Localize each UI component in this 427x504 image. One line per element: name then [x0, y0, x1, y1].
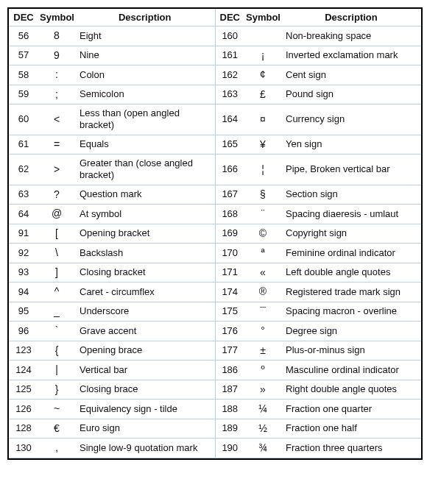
- cell-dec-left: 124: [9, 361, 38, 380]
- cell-desc-right: Spacing macron - overline: [281, 302, 421, 322]
- cell-desc-right: Cent sign: [281, 65, 421, 85]
- cell-desc-right: Pipe, Broken vertical bar: [281, 155, 421, 185]
- cell-desc-right: Registered trade mark sign: [281, 283, 421, 302]
- cell-desc-left: Eight: [75, 26, 215, 46]
- cell-dec-left: 63: [9, 185, 38, 205]
- cell-dec-right: 165: [215, 135, 244, 155]
- cell-symbol-right: ®: [244, 283, 281, 302]
- cell-dec-right: 160: [215, 26, 244, 46]
- cell-symbol-left: €: [38, 419, 75, 439]
- cell-dec-left: 64: [9, 205, 38, 224]
- table-row: 64@At symbol168¨Spacing diaeresis - umla…: [9, 205, 421, 224]
- ascii-table: DEC Symbol Description DEC Symbol Descri…: [9, 9, 421, 458]
- cell-dec-right: 163: [215, 85, 244, 104]
- cell-desc-right: Masculine ordinal indicator: [281, 361, 421, 380]
- table-row: 124|Vertical bar186ºMasculine ordinal in…: [9, 361, 421, 380]
- cell-symbol-right: ª: [244, 244, 281, 263]
- table-row: 128€Euro sign189½Fraction one half: [9, 419, 421, 439]
- cell-dec-left: 95: [9, 302, 38, 322]
- cell-dec-left: 92: [9, 244, 38, 263]
- cell-dec-left: 128: [9, 419, 38, 439]
- cell-symbol-right: £: [244, 85, 281, 104]
- cell-desc-left: Semicolon: [75, 85, 215, 104]
- cell-symbol-left: 8: [38, 26, 75, 46]
- cell-dec-left: 94: [9, 283, 38, 302]
- cell-dec-right: 176: [215, 322, 244, 341]
- header-row: DEC Symbol Description DEC Symbol Descri…: [9, 9, 421, 26]
- cell-symbol-left: ^: [38, 283, 75, 302]
- cell-symbol-right: §: [244, 185, 281, 205]
- cell-symbol-right: ¥: [244, 135, 281, 155]
- cell-dec-left: 57: [9, 46, 38, 65]
- cell-desc-left: Opening brace: [75, 341, 215, 361]
- cell-desc-right: Plus-or-minus sign: [281, 341, 421, 361]
- cell-symbol-right: ¨: [244, 205, 281, 224]
- cell-desc-left: Equals: [75, 135, 215, 155]
- cell-symbol-left: :: [38, 65, 75, 85]
- cell-symbol-right: ½: [244, 419, 281, 439]
- cell-dec-right: 186: [215, 361, 244, 380]
- cell-dec-left: 123: [9, 341, 38, 361]
- cell-dec-left: 62: [9, 155, 38, 185]
- cell-symbol-left: ;: [38, 85, 75, 104]
- table-row: 92\Backslash170ªFeminine ordinal indicat…: [9, 244, 421, 263]
- cell-desc-right: Currency sign: [281, 104, 421, 135]
- cell-dec-left: 60: [9, 104, 38, 135]
- cell-symbol-left: |: [38, 361, 75, 380]
- cell-dec-left: 58: [9, 65, 38, 85]
- cell-dec-right: 168: [215, 205, 244, 224]
- cell-dec-left: 96: [9, 322, 38, 341]
- cell-desc-right: Feminine ordinal indicator: [281, 244, 421, 263]
- cell-dec-left: 56: [9, 26, 38, 46]
- table-row: 58:Colon162¢Cent sign: [9, 65, 421, 85]
- cell-dec-right: 169: [215, 224, 244, 244]
- cell-symbol-left: >: [38, 155, 75, 185]
- table-row: 63?Question mark167§Section sign: [9, 185, 421, 205]
- cell-desc-right: Yen sign: [281, 135, 421, 155]
- cell-desc-right: Inverted exclamation mark: [281, 46, 421, 65]
- ascii-table-frame: DEC Symbol Description DEC Symbol Descri…: [7, 7, 423, 460]
- cell-desc-left: Equivalency sign - tilde: [75, 400, 215, 419]
- cell-desc-right: Section sign: [281, 185, 421, 205]
- table-row: 96`Grave accent176°Degree sign: [9, 322, 421, 341]
- cell-desc-left: Greater than (close angled bracket): [75, 155, 215, 185]
- table-row: 125}Closing brace187»Right double angle …: [9, 380, 421, 400]
- cell-desc-left: Vertical bar: [75, 361, 215, 380]
- cell-dec-left: 91: [9, 224, 38, 244]
- cell-symbol-left: {: [38, 341, 75, 361]
- cell-symbol-right: ¡: [244, 46, 281, 65]
- table-row: 568Eight160Non-breaking space: [9, 26, 421, 46]
- header-dec-right: DEC: [215, 9, 244, 26]
- table-row: 62>Greater than (close angled bracket)16…: [9, 155, 421, 185]
- cell-desc-left: Closing bracket: [75, 263, 215, 283]
- cell-desc-right: Right double angle quotes: [281, 380, 421, 400]
- cell-dec-right: 189: [215, 419, 244, 439]
- table-row: 579Nine161¡Inverted exclamation mark: [9, 46, 421, 65]
- cell-desc-left: Grave accent: [75, 322, 215, 341]
- cell-symbol-left: ~: [38, 400, 75, 419]
- cell-desc-left: Closing brace: [75, 380, 215, 400]
- cell-dec-right: 167: [215, 185, 244, 205]
- header-desc-right: Description: [281, 9, 421, 26]
- cell-symbol-right: ¯: [244, 302, 281, 322]
- cell-desc-left: At symbol: [75, 205, 215, 224]
- cell-desc-left: Less than (open angled bracket): [75, 104, 215, 135]
- cell-desc-left: Colon: [75, 65, 215, 85]
- cell-dec-left: 125: [9, 380, 38, 400]
- header-symbol-right: Symbol: [244, 9, 281, 26]
- cell-desc-right: Non-breaking space: [281, 26, 421, 46]
- cell-desc-left: Backslash: [75, 244, 215, 263]
- cell-desc-right: Fraction three quarters: [281, 439, 421, 458]
- cell-desc-left: Caret - circumflex: [75, 283, 215, 302]
- cell-dec-right: 188: [215, 400, 244, 419]
- table-row: 123{Opening brace177±Plus-or-minus sign: [9, 341, 421, 361]
- table-row: 91[Opening bracket169©Copyright sign: [9, 224, 421, 244]
- cell-desc-left: Nine: [75, 46, 215, 65]
- table-row: 93]Closing bracket171«Left double angle …: [9, 263, 421, 283]
- cell-desc-left: Underscore: [75, 302, 215, 322]
- table-row: 94^Caret - circumflex174®Registered trad…: [9, 283, 421, 302]
- cell-symbol-left: ?: [38, 185, 75, 205]
- header-desc-left: Description: [75, 9, 215, 26]
- table-row: 126~Equivalency sign - tilde188¼Fraction…: [9, 400, 421, 419]
- cell-dec-right: 162: [215, 65, 244, 85]
